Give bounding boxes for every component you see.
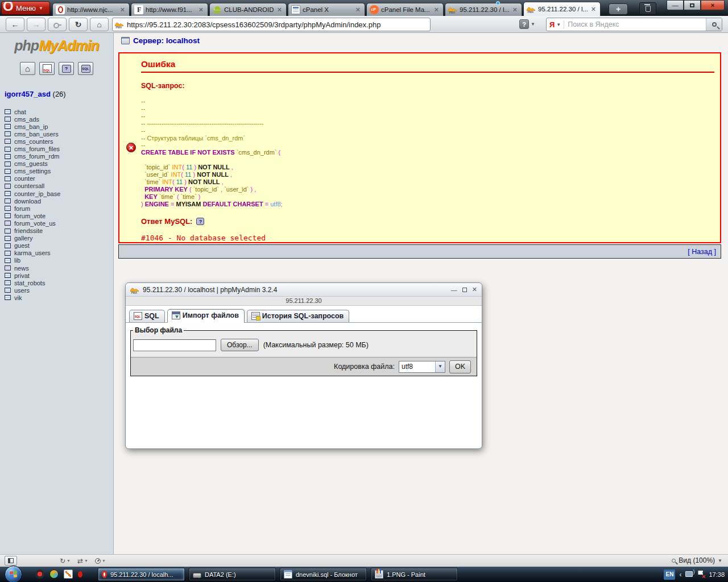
dialog-titlebar[interactable]: PMA 95.211.22.30 / localhost | phpMyAdmi… [126, 283, 482, 297]
tab-close-icon[interactable]: ✕ [590, 6, 597, 13]
taskbar-button[interactable]: 1.PNG - Paint [371, 568, 458, 581]
home-nav-button[interactable]: ⌂ [20, 62, 35, 75]
browser-tab[interactable]: http://www.f91...✕ [131, 3, 208, 16]
media-player-icon[interactable] [49, 569, 59, 579]
closed-tabs-trash-button[interactable] [639, 2, 656, 15]
table-list-item[interactable]: privat [5, 272, 113, 279]
table-list-item[interactable]: karma_users [5, 250, 113, 257]
table-list-item[interactable]: forum_vote [5, 212, 113, 219]
table-list-item[interactable]: friendssite [5, 227, 113, 235]
search-input[interactable] [564, 20, 706, 28]
taskbar-button[interactable]: DATA2 (E:) [189, 568, 276, 581]
start-button[interactable] [5, 566, 22, 582]
page-info-icon[interactable]: ? [519, 19, 529, 29]
gestures-button[interactable]: ⇄▼ [77, 557, 88, 565]
table-list-item[interactable]: vik [5, 294, 113, 301]
table-list-item[interactable]: guest [5, 242, 113, 250]
sql-query-button[interactable]: SQL [39, 62, 55, 75]
table-list-item[interactable]: forum_vote_us [5, 219, 113, 227]
back-button[interactable]: ← [6, 18, 24, 31]
address-dropdown-icon[interactable]: ▼ [531, 22, 535, 27]
search-box[interactable]: Я ▼ [546, 18, 722, 31]
tab-close-icon[interactable]: ✕ [119, 6, 126, 14]
sync-button[interactable]: ↻▼ [60, 557, 71, 565]
help-icon[interactable]: ? [196, 218, 204, 225]
table-list-item[interactable]: forum [5, 205, 113, 212]
search-engine-selector[interactable]: Я ▼ [547, 20, 564, 29]
taskbar-button[interactable]: dnevniki.sql - Блокнот [280, 568, 367, 581]
table-list-item[interactable]: countersall [5, 182, 113, 190]
browser-tab[interactable]: CLUB-ANDROID✕ [209, 3, 287, 16]
dialog-minimize-button[interactable]: — [451, 286, 457, 293]
back-link[interactable]: [ Назад ] [688, 248, 716, 256]
sql-line: -- [141, 113, 720, 120]
browser-tab[interactable]: PMA95.211.22.30 / l...✕ [445, 3, 522, 16]
table-list-item[interactable]: cms_counters [5, 138, 113, 145]
table-list-item[interactable]: chat [5, 108, 113, 115]
table-list-item[interactable]: cms_ban_ip [5, 123, 113, 130]
zoom-control[interactable]: Вид (100%) ▼ [672, 556, 722, 564]
browse-button[interactable]: Обзор... [221, 339, 259, 351]
table-list-item[interactable]: counter [5, 175, 113, 182]
close-button[interactable]: × [701, 0, 725, 10]
forward-button[interactable]: → [27, 18, 46, 31]
new-tab-button[interactable]: + [609, 3, 628, 15]
address-field[interactable]: PMA [112, 18, 431, 31]
browser-tab[interactable]: cPanel File Ma...✕ [366, 3, 444, 16]
dialog-close-button[interactable]: ✕ [472, 286, 477, 293]
table-list-item[interactable]: gallery [5, 235, 113, 242]
panels-toggle-button[interactable] [5, 556, 17, 566]
database-link[interactable]: igorr457_asd [5, 90, 51, 98]
table-list-item[interactable]: cms_forum_files [5, 145, 113, 152]
url-input[interactable] [127, 20, 428, 29]
rewind-button[interactable] [48, 18, 67, 31]
table-icon [5, 280, 11, 285]
table-list-item[interactable]: news [5, 264, 113, 272]
browser-tab[interactable]: http://www.njc...✕ [52, 3, 130, 16]
table-name: stat_robots [14, 280, 45, 286]
action-center-flag-icon[interactable] [697, 571, 705, 578]
minimize-button[interactable]: — [667, 0, 684, 10]
table-list-item[interactable]: cms_ban_users [5, 130, 113, 138]
tab-close-icon[interactable]: ✕ [276, 6, 283, 14]
table-list-item[interactable]: users [5, 286, 113, 294]
table-list-item[interactable]: cms_guests [5, 160, 113, 168]
browser-tab[interactable]: PMA95.211.22.30 / l...✕ [523, 2, 601, 16]
dialog-tab-import[interactable]: Импорт файлов [167, 309, 245, 323]
restore-button[interactable] [684, 0, 701, 10]
table-list-item[interactable]: cms_forum_rdm [5, 153, 113, 160]
table-list-item[interactable]: lib [5, 257, 113, 264]
table-list-item[interactable]: download [5, 197, 113, 205]
editor-app-icon[interactable] [64, 569, 73, 579]
docs-button[interactable]: ? [59, 62, 74, 75]
tab-close-icon[interactable]: ✕ [354, 6, 362, 14]
dialog-tab-sql[interactable]: SQL [129, 310, 165, 322]
table-list-item[interactable]: cms_settings [5, 168, 113, 175]
table-list-item[interactable]: cms_ads [5, 115, 113, 123]
ok-button[interactable]: OK [449, 360, 471, 373]
opera-menu-button[interactable]: O Меню ▼ [1, 1, 50, 15]
opera-icon[interactable] [78, 571, 82, 577]
combo-dropdown-icon[interactable]: ▼ [435, 361, 445, 372]
table-list-item[interactable]: stat_robots [5, 279, 113, 286]
browser-tab[interactable]: cPanel X✕ [288, 3, 365, 16]
table-list-item[interactable]: counter_ip_base [5, 190, 113, 197]
tab-close-icon[interactable]: ✕ [197, 6, 205, 14]
tab-close-icon[interactable]: ✕ [433, 6, 440, 14]
tab-close-icon[interactable]: ✕ [511, 6, 519, 14]
quicklaunch-app-icon-1[interactable] [35, 569, 44, 579]
network-icon[interactable] [685, 571, 693, 577]
reload-button[interactable]: ↻ [69, 18, 88, 31]
dialog-tab-history[interactable]: История SQL-запросов [247, 310, 349, 322]
dialog-restore-button[interactable] [462, 288, 467, 292]
file-path-input[interactable] [133, 339, 216, 351]
sql-line: PRIMARY KEY ( `topic_id` , `user_id` ) , [141, 186, 720, 193]
search-submit-button[interactable] [706, 18, 722, 31]
tray-expand-icon[interactable]: ‹ [679, 571, 681, 579]
charset-select[interactable]: utf8 ▼ [399, 361, 445, 373]
turbo-button[interactable]: ▼ [95, 558, 106, 564]
language-indicator[interactable]: EN [664, 569, 675, 580]
home-button[interactable]: ⌂ [90, 18, 109, 31]
taskbar-button[interactable]: 95.211.22.30 / localh... [98, 568, 185, 581]
query-window-button[interactable]: SQL [78, 62, 93, 75]
